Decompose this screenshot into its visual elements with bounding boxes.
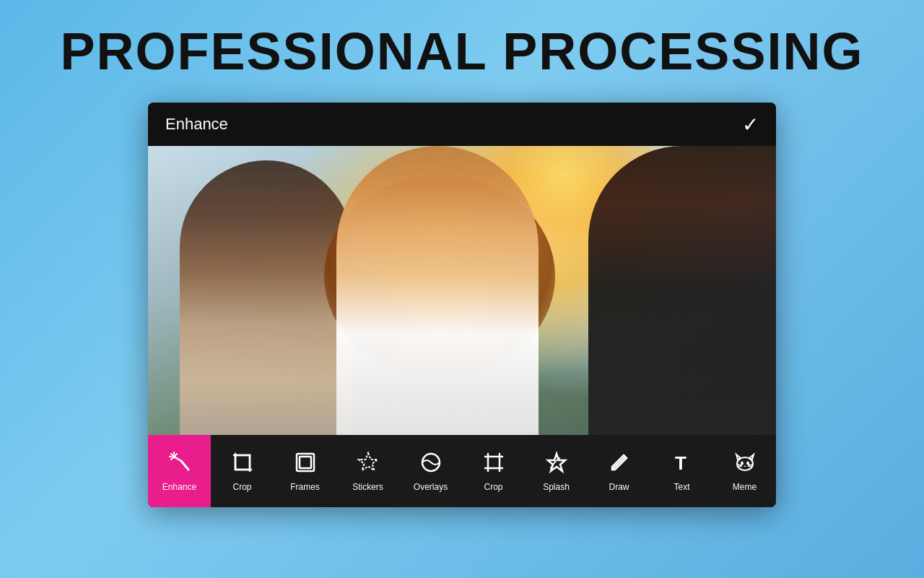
- svg-line-32: [748, 465, 753, 465]
- svg-rect-13: [488, 457, 500, 468]
- header-title: Enhance: [165, 115, 228, 134]
- tool-stickers[interactable]: Stickers: [336, 435, 399, 507]
- app-header: Enhance ✓: [148, 103, 776, 146]
- tool-crop2[interactable]: Crop: [462, 435, 525, 507]
- tool-enhance[interactable]: Enhance: [148, 435, 211, 507]
- draw-label: Draw: [609, 482, 629, 492]
- svg-line-3: [171, 454, 173, 455]
- crop2-icon: [482, 451, 505, 478]
- crop-icon: [231, 451, 254, 478]
- tool-text[interactable]: T Text: [650, 435, 713, 507]
- tool-overlays[interactable]: Overlays: [399, 435, 462, 507]
- photo-background: [148, 146, 776, 435]
- svg-text:T: T: [675, 452, 687, 474]
- svg-line-31: [737, 466, 742, 467]
- text-icon: T: [671, 451, 694, 478]
- svg-marker-11: [359, 453, 378, 470]
- check-button[interactable]: ✓: [742, 113, 759, 137]
- page-title: PROFESSIONAL PROCESSING: [61, 22, 864, 81]
- svg-rect-10: [300, 457, 311, 468]
- photo-area: [148, 146, 776, 435]
- toolbar: Enhance Crop Frames: [148, 435, 776, 507]
- overlays-icon: [419, 451, 443, 478]
- splash-icon: [545, 451, 568, 478]
- text-label: Text: [674, 482, 689, 492]
- svg-line-30: [737, 465, 742, 465]
- svg-marker-29: [744, 465, 746, 467]
- svg-marker-25: [736, 454, 741, 460]
- frames-label: Frames: [290, 482, 320, 492]
- stickers-icon: [357, 451, 380, 478]
- overlays-label: Overlays: [414, 482, 448, 492]
- splash-label: Splash: [543, 482, 570, 492]
- svg-line-0: [181, 461, 188, 470]
- meme-label: Meme: [733, 482, 757, 492]
- svg-point-28: [746, 461, 749, 465]
- enhance-label: Enhance: [162, 482, 196, 492]
- meme-icon: [733, 451, 757, 478]
- svg-line-22: [612, 457, 625, 470]
- tool-frames[interactable]: Frames: [274, 435, 336, 507]
- frames-icon: [294, 451, 317, 478]
- svg-point-27: [741, 461, 744, 465]
- draw-icon: [608, 451, 631, 478]
- svg-line-7: [171, 458, 173, 460]
- app-container: Enhance ✓: [148, 103, 776, 507]
- svg-rect-8: [235, 455, 250, 470]
- tool-splash[interactable]: Splash: [525, 435, 588, 507]
- figure-right: [588, 146, 776, 435]
- svg-marker-26: [749, 454, 754, 460]
- svg-line-33: [748, 466, 753, 467]
- crop-label: Crop: [232, 482, 251, 492]
- tool-crop[interactable]: Crop: [211, 435, 274, 507]
- tool-meme[interactable]: Meme: [713, 435, 776, 507]
- stickers-label: Stickers: [352, 482, 383, 492]
- crop2-label: Crop: [484, 482, 502, 492]
- tool-draw[interactable]: Draw: [588, 435, 650, 507]
- svg-line-5: [175, 454, 177, 455]
- wand-icon: [168, 451, 191, 478]
- figure-center: [336, 146, 539, 435]
